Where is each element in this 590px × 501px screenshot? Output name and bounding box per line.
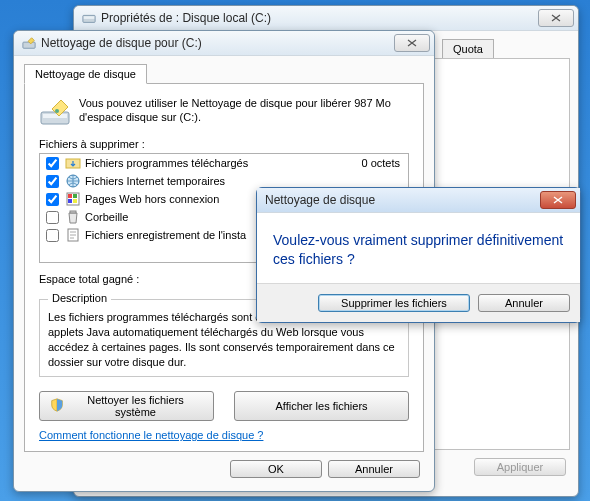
- cleanup-title: Nettoyage de disque pour (C:): [41, 36, 394, 50]
- properties-titlebar[interactable]: Propriétés de : Disque local (C:): [74, 6, 578, 31]
- ok-button[interactable]: OK: [230, 460, 322, 478]
- tab-disk-cleanup[interactable]: Nettoyage de disque: [24, 64, 147, 84]
- how-link[interactable]: Comment fonctionne le nettoyage de disqu…: [39, 429, 263, 441]
- svg-rect-9: [68, 194, 72, 198]
- cancel-button[interactable]: Annuler: [328, 460, 420, 478]
- cleanup-info-text: Vous pouvez utiliser le Nettoyage de dis…: [79, 96, 409, 125]
- svg-rect-10: [73, 194, 77, 198]
- delete-files-button[interactable]: Supprimer les fichiers: [318, 294, 470, 312]
- confirm-message: Voulez-vous vraiment supprimer définitiv…: [273, 231, 564, 269]
- svg-point-5: [55, 109, 59, 113]
- svg-rect-12: [73, 199, 77, 203]
- drive-cleanup-icon: [39, 96, 71, 128]
- svg-rect-2: [23, 42, 35, 48]
- cleanup-icon: [22, 36, 36, 50]
- close-icon[interactable]: [538, 9, 574, 27]
- file-icon: [65, 227, 81, 243]
- globe-icon: [65, 173, 81, 189]
- checkbox[interactable]: [46, 211, 59, 224]
- description-label: Description: [48, 292, 111, 304]
- tab-quota[interactable]: Quota: [442, 39, 494, 58]
- apply-button: Appliquer: [474, 458, 566, 476]
- cancel-button[interactable]: Annuler: [478, 294, 570, 312]
- confirm-dialog: Nettoyage de disque Voulez-vous vraiment…: [256, 187, 581, 323]
- recycle-bin-icon: [65, 209, 81, 225]
- svg-rect-13: [70, 211, 76, 213]
- checkbox[interactable]: [46, 193, 59, 206]
- svg-rect-11: [68, 199, 72, 203]
- close-icon[interactable]: [540, 191, 576, 209]
- drive-icon: [82, 11, 96, 25]
- view-files-button[interactable]: Afficher les fichiers: [234, 391, 409, 421]
- list-item: Fichiers programmes téléchargés 0 octets: [40, 154, 408, 172]
- checkbox[interactable]: [46, 229, 59, 242]
- checkbox[interactable]: [46, 175, 59, 188]
- folder-down-icon: [65, 155, 81, 171]
- close-icon[interactable]: [394, 34, 430, 52]
- cleanup-titlebar[interactable]: Nettoyage de disque pour (C:): [14, 31, 434, 56]
- shield-icon: [50, 398, 64, 414]
- clean-system-files-button[interactable]: Nettoyer les fichiers système: [39, 391, 214, 421]
- files-to-delete-label: Fichiers à supprimer :: [39, 138, 409, 150]
- svg-rect-1: [84, 16, 95, 19]
- web-page-icon: [65, 191, 81, 207]
- confirm-title: Nettoyage de disque: [265, 193, 540, 207]
- confirm-titlebar[interactable]: Nettoyage de disque: [257, 188, 580, 213]
- properties-title: Propriétés de : Disque local (C:): [101, 11, 538, 25]
- svg-rect-4: [43, 114, 67, 118]
- checkbox[interactable]: [46, 157, 59, 170]
